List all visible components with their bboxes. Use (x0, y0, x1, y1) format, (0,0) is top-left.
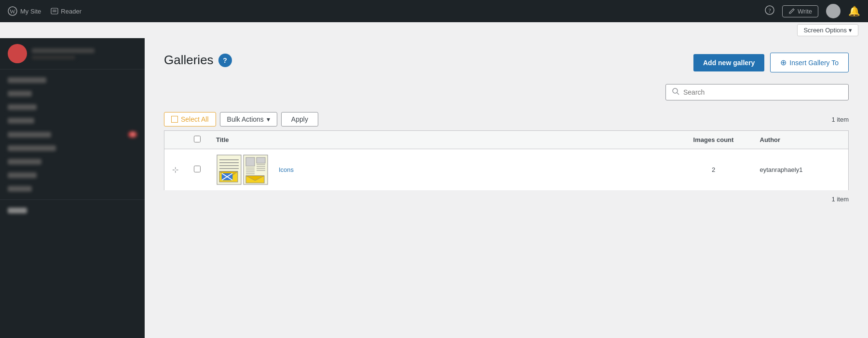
sidebar-item-5[interactable]: 3 (0, 127, 145, 141)
author-cell: eytanraphaely1 (752, 149, 849, 191)
sidebar-item-1[interactable] (0, 73, 145, 87)
wp-logo[interactable]: W My Site (8, 6, 41, 16)
sidebar-item-9[interactable] (0, 182, 145, 196)
svg-rect-20 (246, 157, 255, 166)
screen-options-bar: Screen Options ▾ (0, 22, 868, 38)
svg-rect-25 (257, 157, 265, 163)
header-checkbox[interactable] (194, 136, 201, 142)
sidebar-item-4[interactable] (0, 114, 145, 127)
topbar: W My Site Reader ? Write 🔔 (0, 0, 868, 22)
svg-text:?: ? (768, 7, 771, 14)
sidebar-item-2[interactable] (0, 87, 145, 100)
table-header-row: Title Images count Author (164, 131, 849, 149)
reader-link[interactable]: Reader (51, 7, 81, 15)
th-images-count: Images count (675, 131, 752, 149)
add-gallery-button[interactable]: Add new gallery (693, 54, 764, 71)
bottom-row: 1 item (164, 191, 849, 208)
item-count-top: 1 item (832, 116, 849, 123)
bulk-actions-button[interactable]: Bulk Actions ▾ (220, 112, 277, 127)
drag-cell: ⊹ (164, 149, 187, 191)
help-circle-icon[interactable]: ? (218, 54, 232, 67)
apply-button[interactable]: Apply (281, 112, 318, 127)
svg-rect-2 (51, 8, 58, 14)
gallery-table: Title Images count Author ⊹ (164, 130, 849, 191)
row-checkbox[interactable] (194, 166, 201, 172)
write-button[interactable]: Write (782, 5, 818, 17)
checkbox-cell (186, 149, 208, 191)
select-all-button[interactable]: Select All (164, 112, 216, 127)
header-actions: Add new gallery ⊕ Insert Gallery To (693, 53, 849, 72)
sidebar-item-3[interactable] (0, 100, 145, 114)
th-title: Title (208, 131, 675, 149)
select-all-checkbox[interactable] (171, 116, 178, 123)
search-row (164, 84, 849, 100)
title-cell: Icons (208, 149, 675, 191)
sidebar-item-8[interactable] (0, 169, 145, 182)
insert-gallery-button[interactable]: ⊕ Insert Gallery To (770, 53, 849, 72)
chevron-down-icon: ▾ (849, 27, 852, 34)
search-input[interactable] (683, 88, 842, 96)
svg-point-7 (673, 88, 678, 93)
screen-options-button[interactable]: Screen Options ▾ (797, 24, 858, 36)
main-layout: 3 Galleries ? Add new gallery (0, 38, 868, 338)
sidebar-item-10[interactable] (0, 204, 145, 217)
topbar-right: ? Write 🔔 (765, 4, 860, 18)
table-row: ⊹ (164, 149, 849, 191)
sidebar-item-7[interactable] (0, 155, 145, 169)
sidebar: 3 (0, 38, 145, 338)
bulk-actions-chevron-icon: ▾ (267, 115, 270, 123)
svg-text:W: W (10, 8, 16, 15)
svg-line-8 (677, 93, 679, 95)
page-header: Galleries ? Add new gallery ⊕ Insert Gal… (164, 53, 849, 72)
page-title-row: Galleries ? (164, 53, 232, 68)
page-title: Galleries (164, 53, 214, 68)
toolbar-row: Select All Bulk Actions ▾ Apply 1 item (164, 108, 849, 130)
gallery-thumbnail (216, 154, 269, 185)
sidebar-avatar (8, 44, 27, 63)
th-drag (164, 131, 187, 149)
notification-icon[interactable]: 🔔 (848, 5, 860, 17)
sidebar-item-6[interactable] (0, 141, 145, 155)
avatar[interactable] (826, 4, 841, 18)
my-site-link[interactable]: My Site (20, 8, 41, 15)
content-area: Galleries ? Add new gallery ⊕ Insert Gal… (145, 38, 868, 338)
plus-circle-icon: ⊕ (780, 58, 787, 67)
th-author: Author (752, 131, 849, 149)
search-icon (672, 87, 679, 97)
gallery-title-link[interactable]: Icons (279, 166, 294, 173)
drag-handle-icon[interactable]: ⊹ (172, 166, 178, 174)
search-box (665, 84, 849, 100)
help-icon[interactable]: ? (765, 5, 774, 17)
images-count-cell: 2 (675, 149, 752, 191)
item-count-bottom: 1 item (832, 196, 849, 203)
th-checkbox (186, 131, 208, 149)
